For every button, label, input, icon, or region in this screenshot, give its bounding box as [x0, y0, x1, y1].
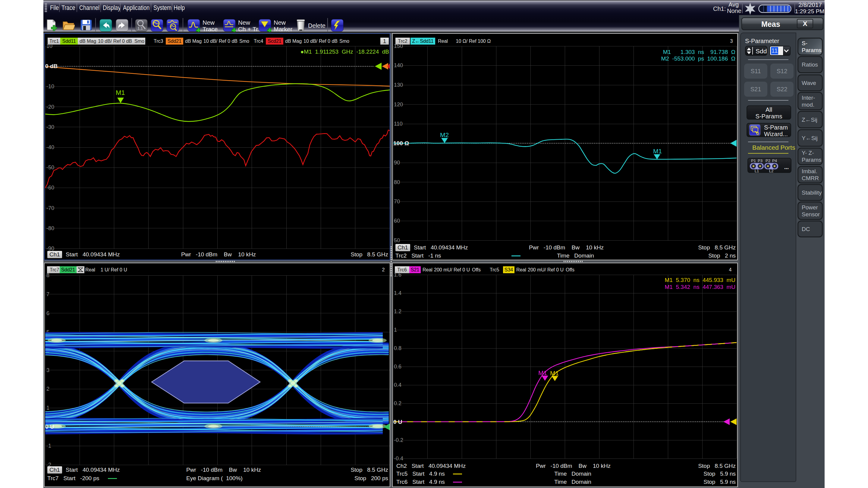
svg-text:1:1: 1:1 — [137, 26, 143, 30]
svg-text:P4: P4 — [772, 158, 777, 163]
svg-text:P3: P3 — [758, 158, 763, 163]
svg-text:P2: P2 — [766, 158, 770, 163]
svg-text:L1: L1 — [755, 169, 759, 173]
svg-text:...: ... — [784, 164, 789, 170]
svg-text:P1: P1 — [751, 158, 756, 163]
svg-text:L2: L2 — [769, 169, 773, 173]
